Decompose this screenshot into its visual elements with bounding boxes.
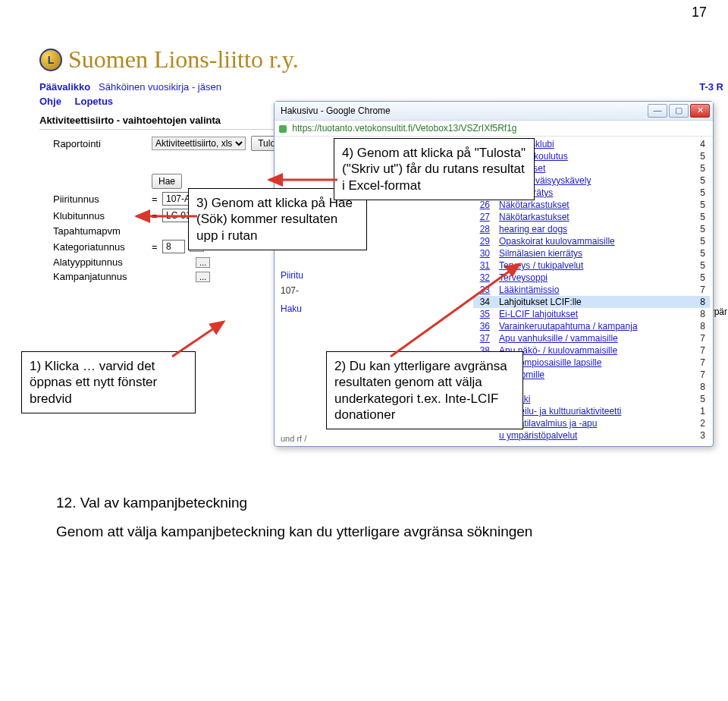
window-maximize-icon[interactable]: ▢ <box>669 104 689 118</box>
row-id[interactable]: 30 <box>473 247 494 259</box>
row-id[interactable]: 36 <box>473 320 494 332</box>
row-cat: 5 <box>690 199 710 211</box>
row-cat: 1 <box>690 405 710 417</box>
table-row[interactable]: 28hearing ear dogs5 <box>473 223 710 235</box>
lions-logo-icon: L <box>39 49 62 71</box>
menu-paavalikko[interactable]: Päävalikko <box>39 81 90 93</box>
row-cat: 5 <box>690 187 710 199</box>
window-close-icon[interactable]: ✕ <box>690 104 710 118</box>
popup-titlebar: Hakusivu - Google Chrome — ▢ ✕ <box>275 102 713 121</box>
annotation-4: 4) Genom att klicka på "Tulosta" ("Skriv… <box>334 138 535 200</box>
row-id[interactable]: 32 <box>473 272 494 284</box>
row-label[interactable]: Terveys / tukipalvelut <box>494 259 690 272</box>
row-cat: 5 <box>690 162 710 174</box>
row-id[interactable]: 29 <box>473 235 494 247</box>
table-row[interactable]: 32Terveysoppi5 <box>473 272 710 284</box>
row-cat: 4 <box>690 138 710 150</box>
row-label[interactable]: hearing ear dogs <box>494 223 690 235</box>
table-row[interactable]: 27Näkötarkastukset5 <box>473 211 710 223</box>
row-cat: 5 <box>690 150 710 162</box>
table-row[interactable]: 37Apu vanhuksille / vammaisille7 <box>473 332 710 344</box>
klubitunnus-label: Klubitunnus <box>53 210 152 222</box>
menu-right-crop: T-3 R <box>699 81 723 93</box>
kampanja-lookup-button[interactable]: ... <box>196 272 210 282</box>
row-cat: 8 <box>690 296 710 308</box>
row-id[interactable]: 37 <box>473 332 494 344</box>
raportointi-select[interactable]: Aktiviteettisiirto, xls <box>152 137 246 150</box>
popup-addressbar: https://tuotanto.vetokonsultit.fi/Vetobo… <box>275 121 713 137</box>
row-cat: 5 <box>690 223 710 235</box>
row-label[interactable]: Opaskoirat kuulovammaisille <box>494 235 690 247</box>
alatyyppi-label: Alatyyppitunnus <box>53 256 152 268</box>
row-cat: 5 <box>690 174 710 187</box>
row-label[interactable]: Näkötarkastukset <box>494 199 690 211</box>
row-cat: 7 <box>690 369 710 381</box>
piiritunnus-label: Piiritunnus <box>53 193 152 205</box>
row-label[interactable]: endit <box>494 381 690 393</box>
popup-haku-label: Haku <box>281 303 302 314</box>
row-cat: 8 <box>690 308 710 320</box>
window-minimize-icon[interactable]: — <box>648 104 667 118</box>
popup-piiri-label: Piiritu <box>281 270 303 281</box>
row-cat: 7 <box>690 284 710 296</box>
row-label[interactable]: huonompiosaisille lapsille <box>494 357 690 369</box>
row-id[interactable]: 35 <box>473 308 494 320</box>
site-title: Suomen Lions-liitto r.y. <box>68 46 299 74</box>
row-cat: 5 <box>690 247 710 259</box>
row-id[interactable]: 26 <box>473 199 494 211</box>
row-label[interactable]: äpankki <box>494 393 690 405</box>
alatyyppi-lookup-button[interactable]: ... <box>196 257 210 268</box>
menu-vuosikirja[interactable]: Sähköinen vuosikirja - jäsen <box>99 81 221 93</box>
table-row[interactable]: 30Silmälasien kierrätys5 <box>473 247 710 259</box>
page-number: 17 <box>692 5 707 20</box>
table-row[interactable]: 26Näkötarkastukset5 <box>473 199 710 211</box>
row-label[interactable]: u hätätilavalmius ja -apu <box>494 417 690 429</box>
row-label[interactable]: Lahjoitukset LCIF:lle <box>494 296 690 308</box>
row-id[interactable]: 31 <box>473 259 494 272</box>
annotation-1: 1) Klicka … varvid det öppnas ett nytt f… <box>21 351 196 413</box>
table-row[interactable]: 34Lahjoitukset LCIF:lle8 <box>473 296 710 308</box>
row-label[interactable]: u urheilu- ja kulttuuriaktiviteetti <box>494 405 690 417</box>
table-row[interactable]: 29Opaskoirat kuulovammaisille5 <box>473 235 710 247</box>
row-id[interactable]: 34 <box>473 296 494 308</box>
row-label[interactable]: Terveysoppi <box>494 272 690 284</box>
row-cat: 5 <box>690 235 710 247</box>
footer-heading: 12. Val av kampanjbeteckning <box>56 495 728 511</box>
table-row[interactable]: 33Lääkintämissio7 <box>473 284 710 296</box>
row-label[interactable]: u ympäristöpalvelut <box>494 429 690 442</box>
menu-lopetus[interactable]: Lopetus <box>75 96 114 107</box>
table-row[interactable]: u ympäristöpalvelut3 <box>473 429 710 442</box>
lock-icon <box>279 125 287 133</box>
row-label[interactable]: Silmälasien kierrätys <box>494 247 690 259</box>
row-cat: 5 <box>690 393 710 405</box>
footer-section: 12. Val av kampanjbeteckning Genom att v… <box>56 495 728 540</box>
kampanja-label: Kampanjatunnus <box>53 271 152 282</box>
table-row[interactable]: 35Ei-LCIF lahjoitukset8 <box>473 308 710 320</box>
row-label[interactable]: Lääkintämissio <box>494 284 690 296</box>
row-id[interactable]: 28 <box>473 223 494 235</box>
row-label[interactable]: Näkötarkastukset <box>494 211 690 223</box>
popup-piiri-value: 107- <box>281 285 299 296</box>
row-label[interactable]: Ei-LCIF lahjoitukset <box>494 308 690 320</box>
kategoria-value[interactable]: 8 <box>162 240 185 253</box>
row-label[interactable]: Apu vanhuksille / vammaisille <box>494 332 690 344</box>
row-id[interactable]: 27 <box>473 211 494 223</box>
row-cat: 3 <box>690 429 710 442</box>
row-cat: 8 <box>690 320 710 332</box>
kategoria-label: Kategoriatunnus <box>53 241 152 253</box>
row-label[interactable]: Varainkeruutapahtuma / kampanja <box>494 320 690 332</box>
row-cat: 7 <box>690 332 710 344</box>
row-cat: 5 <box>690 211 710 223</box>
table-row[interactable]: 36Varainkeruutapahtuma / kampanja8 <box>473 320 710 332</box>
row-label[interactable]: kodittomille <box>494 369 690 381</box>
row-cat: 7 <box>690 344 710 357</box>
tapahtumapvm-label: Tapahtumapvm <box>53 225 152 237</box>
table-row[interactable]: 31Terveys / tukipalvelut5 <box>473 259 710 272</box>
raportointi-label: Raportointi <box>53 138 152 149</box>
hae-button[interactable]: Hae <box>152 174 182 189</box>
row-label[interactable]: Apu näkö- / kuulovammaisille <box>494 344 690 357</box>
row-id[interactable]: 33 <box>473 284 494 296</box>
footer-body: Genom att välja kampanjbeteckning kan du… <box>56 523 728 540</box>
menu-ohje[interactable]: Ohje <box>39 96 61 107</box>
row-id[interactable] <box>473 429 494 442</box>
